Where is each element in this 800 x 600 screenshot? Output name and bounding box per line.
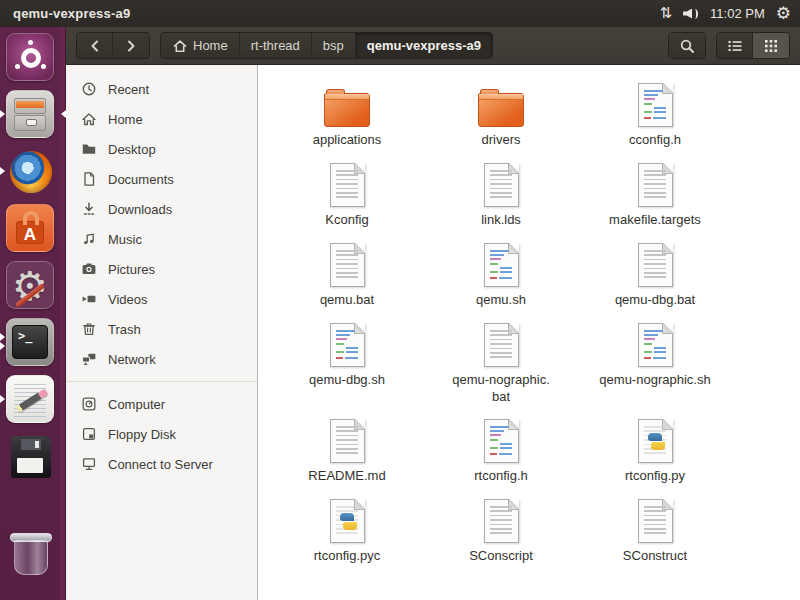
sidebar-item-recent[interactable]: Recent: [66, 74, 257, 104]
file-qemu-dbg-sh[interactable]: qemu-dbg.​sh: [270, 309, 424, 406]
file-label: SConscript: [469, 548, 533, 565]
sidebar-item-trash[interactable]: Trash: [66, 314, 257, 344]
desktop-icon: [81, 141, 97, 157]
file-rtconfig-pyc[interactable]: rtconfig.​pyc: [270, 485, 424, 565]
clock[interactable]: 11:02 PM: [710, 6, 765, 21]
launcher-item-terminal[interactable]: >_: [6, 318, 54, 366]
places-sidebar: RecentHomeDesktopDocumentsDownloadsMusic…: [66, 65, 258, 600]
file-kconfig[interactable]: Kconfig: [270, 149, 424, 229]
volume-icon[interactable]: [683, 7, 699, 21]
file-rtconfig-h[interactable]: rtconfig.​h: [424, 405, 578, 485]
back-button[interactable]: [77, 33, 113, 58]
pictures-icon: [81, 261, 97, 277]
file-rtconfig-py[interactable]: rtconfig.​py: [578, 405, 732, 485]
search-icon: [679, 38, 695, 54]
sidebar-item-label: Music: [108, 232, 142, 247]
breadcrumb-label: bsp: [323, 38, 344, 53]
sidebar-item-desktop[interactable]: Desktop: [66, 134, 257, 164]
code-file-icon: [330, 323, 365, 367]
network-icon: [81, 351, 97, 367]
text-file-icon: [484, 499, 519, 543]
breadcrumb-qemu-vexpress-a9[interactable]: qemu-vexpress-a9: [356, 33, 492, 58]
launcher-item-dash-home[interactable]: [6, 33, 54, 81]
sidebar-item-videos[interactable]: Videos: [66, 284, 257, 314]
file-makefile-targets[interactable]: makefile.​targets: [578, 149, 732, 229]
grid-view-button[interactable]: [753, 33, 789, 58]
sidebar-item-downloads[interactable]: Downloads: [66, 194, 257, 224]
file-link-lds[interactable]: link.​lds: [424, 149, 578, 229]
list-view-button[interactable]: [717, 33, 753, 58]
window-title: qemu-vexpress-a9: [13, 6, 130, 21]
sidebar-item-network[interactable]: Network: [66, 344, 257, 374]
search-button[interactable]: [669, 33, 705, 58]
sidebar-item-connect-to-server[interactable]: Connect to Server: [66, 449, 257, 479]
nautilus-window: Homert-threadbspqemu-vexpress-a9 RecentH…: [66, 27, 800, 600]
running-indicator: [0, 395, 9, 403]
file-label: applications: [313, 132, 382, 149]
breadcrumb-label: Home: [193, 38, 228, 53]
file-sconstruct[interactable]: SConstruct: [578, 485, 732, 565]
file-label: qemu-dbg.​sh: [309, 372, 385, 389]
focused-indicator: [57, 110, 66, 118]
computer-icon: [81, 396, 97, 412]
breadcrumb-home[interactable]: Home: [161, 33, 240, 58]
breadcrumb-bsp[interactable]: bsp: [312, 33, 356, 58]
text-file-icon: [330, 163, 365, 207]
file-label: drivers: [481, 132, 520, 149]
chevron-right-icon: [123, 38, 139, 54]
sidebar-item-floppy-disk[interactable]: Floppy Disk: [66, 419, 257, 449]
sidebar-item-home[interactable]: Home: [66, 104, 257, 134]
file-qemu-bat[interactable]: qemu.​bat: [270, 229, 424, 309]
list-view-icon: [728, 40, 742, 52]
file-qemu-dbg-bat[interactable]: qemu-dbg.​bat: [578, 229, 732, 309]
text-file-icon: [330, 243, 365, 287]
sidebar-item-pictures[interactable]: Pictures: [66, 254, 257, 284]
file-cconfig-h[interactable]: cconfig.​h: [578, 69, 732, 149]
unity-launcher: A⚙>_: [0, 27, 60, 600]
sidebar-separator: [66, 381, 257, 382]
launcher-item-trash[interactable]: [6, 528, 54, 576]
launcher-item-system-settings[interactable]: ⚙: [6, 261, 54, 309]
session-gear-icon[interactable]: ⚙: [776, 5, 791, 22]
file-label: Kconfig: [325, 212, 368, 229]
recent-icon: [81, 81, 97, 97]
launcher-item-firefox[interactable]: [6, 147, 54, 195]
sidebar-item-computer[interactable]: Computer: [66, 389, 257, 419]
launcher-item-text-editor[interactable]: [6, 375, 54, 423]
file-drivers[interactable]: drivers: [424, 69, 578, 149]
file-applications[interactable]: applications: [270, 69, 424, 149]
file-label: README.​md: [308, 468, 385, 485]
launcher-item-files[interactable]: [6, 90, 54, 138]
running-indicator: [0, 333, 9, 341]
file-qemu-nographic-bat[interactable]: qemu-nographic.​bat: [424, 309, 578, 406]
file-label: qemu-nographic.​bat: [445, 372, 558, 406]
text-file-icon: [330, 419, 365, 463]
sidebar-item-label: Desktop: [108, 142, 156, 157]
network-arrows-icon[interactable]: ⇅: [659, 6, 672, 21]
breadcrumb: Homert-threadbspqemu-vexpress-a9: [160, 32, 493, 59]
running-indicator: [0, 110, 9, 118]
running-indicator: [0, 167, 9, 175]
file-qemu-nographic-sh[interactable]: qemu-nographic.​sh: [578, 309, 732, 406]
python-file-icon: [638, 419, 673, 463]
downloads-icon: [81, 201, 97, 217]
file-sconscript[interactable]: SConscript: [424, 485, 578, 565]
sidebar-item-documents[interactable]: Documents: [66, 164, 257, 194]
text-file-icon: [638, 163, 673, 207]
launcher-item-floppy-disk[interactable]: [6, 432, 54, 480]
forward-button[interactable]: [113, 33, 149, 58]
sidebar-item-music[interactable]: Music: [66, 224, 257, 254]
file-qemu-sh[interactable]: qemu.​sh: [424, 229, 578, 309]
launcher-item-software-center[interactable]: A: [6, 204, 54, 252]
code-file-icon: [484, 419, 519, 463]
file-label: rtconfig.​py: [625, 468, 685, 485]
breadcrumb-rt-thread[interactable]: rt-thread: [240, 33, 312, 58]
sidebar-item-label: Videos: [108, 292, 148, 307]
python-file-icon: [330, 499, 365, 543]
grid-view-icon: [765, 40, 777, 52]
file-label: rtconfig.​h: [474, 468, 527, 485]
code-file-icon: [638, 323, 673, 367]
running-indicator: [0, 342, 9, 350]
documents-icon: [81, 171, 97, 187]
file-readme-md[interactable]: README.​md: [270, 405, 424, 485]
